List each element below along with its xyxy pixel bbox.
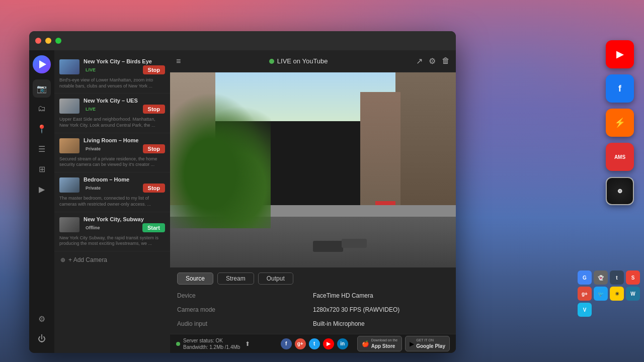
close-button[interactable] xyxy=(35,38,41,44)
tab-source[interactable]: Source xyxy=(177,273,213,285)
sidebar-item-youtube[interactable]: ▶ xyxy=(33,180,51,198)
desktop-small-icons: G 👻 t S g+ 🐦 ☀ W V xyxy=(578,270,640,317)
audio-input-label: Audio input xyxy=(177,319,313,329)
stop-button[interactable]: Stop xyxy=(143,144,165,153)
linkedin-social-icon[interactable]: in xyxy=(337,338,348,349)
camera-item-header: New York City – UES LIVE Stop xyxy=(59,98,165,115)
camera-thumbnail xyxy=(59,99,79,114)
add-camera-button[interactable]: ⊕ + Add Camera xyxy=(54,251,170,268)
youtube-desktop-icon[interactable]: ▶ xyxy=(606,40,634,68)
sidebar-item-library[interactable]: 🗂 xyxy=(33,100,51,118)
sidebar-item-cameras[interactable]: 📷 xyxy=(33,79,51,98)
sidebar-item-list[interactable]: ☰ xyxy=(33,140,51,158)
small-tumblr-icon[interactable]: t xyxy=(610,270,624,285)
server-status: Server status: OK Bandwidth: 1.2Mb /1.4M… xyxy=(176,337,250,350)
camera-status-row: Private Stop xyxy=(84,184,165,193)
camera-name: New York City – UES xyxy=(84,98,165,104)
start-button[interactable]: Start xyxy=(142,223,165,232)
stop-button[interactable]: Stop xyxy=(143,105,165,114)
youtube-social-icon[interactable]: ▶ xyxy=(323,338,334,349)
youtube-icon: ▶ xyxy=(39,185,45,194)
logo-play-icon xyxy=(39,60,46,68)
list-item[interactable]: New York City, Subway Offline Start New … xyxy=(54,212,170,251)
ams-desktop-icon[interactable]: AMS xyxy=(606,143,634,171)
status-badge: Private xyxy=(84,146,103,152)
small-twitter-icon[interactable]: 🐦 xyxy=(594,287,608,301)
small-v-icon[interactable]: V xyxy=(578,303,592,317)
status-badge: LIVE xyxy=(84,67,98,73)
app-logo[interactable] xyxy=(33,55,51,73)
building-right2 xyxy=(360,92,400,209)
list-item[interactable]: New York City – UES LIVE Stop Upper East… xyxy=(54,94,170,133)
app-window: 📷 🗂 📍 ☰ ⊞ ▶ ⚙ ⏻ xyxy=(29,31,456,353)
camera-description: Bird's-eye view of Lower Manhattan, zoom… xyxy=(59,77,165,89)
camera-item-header: Living Room – Home Private Stop xyxy=(59,137,165,154)
library-icon: 🗂 xyxy=(38,104,46,113)
source-info-grid: Device FaceTime HD Camera Camera mode 12… xyxy=(177,291,449,329)
server-status-label: Server status: OK xyxy=(183,338,223,343)
googleplus-social-icon[interactable]: g+ xyxy=(295,338,306,349)
list-item[interactable]: Bedroom – Home Private Stop The master b… xyxy=(54,172,170,212)
camera-status-row: Private Stop xyxy=(84,144,165,153)
minimize-button[interactable] xyxy=(45,38,51,44)
s5-desktop-icon[interactable]: ⊕ xyxy=(606,177,634,205)
app-store-badge[interactable]: 🍎 Download on the App Store xyxy=(357,336,403,351)
main-content: 📷 🗂 📍 ☰ ⊞ ▶ ⚙ ⏻ xyxy=(29,50,456,353)
twitter-social-icon[interactable]: t xyxy=(309,338,320,349)
small-s-icon[interactable]: S xyxy=(626,270,640,285)
camera-name: New York City – Birds Eye xyxy=(84,58,165,64)
status-badge: Private xyxy=(84,185,103,191)
settings-icon[interactable]: ⚙ xyxy=(429,56,436,66)
tab-stream[interactable]: Stream xyxy=(217,273,254,285)
facebook-social-icon[interactable]: f xyxy=(281,338,292,349)
small-gplus-icon[interactable]: g+ xyxy=(578,287,592,301)
settings-icon: ⚙ xyxy=(38,314,45,324)
camera-status-row: Offline Start xyxy=(84,223,165,232)
bandwidth-label: Bandwidth: 1.2Mb /1.4Mb xyxy=(183,344,240,350)
camera-mode-value: 644x362 30 FPS (RAWVIDEO) xyxy=(313,305,449,315)
small-wp-icon[interactable]: W xyxy=(626,287,640,301)
add-camera-plus-icon: ⊕ xyxy=(60,256,65,263)
device-value: FaceTime HD Camera xyxy=(313,291,449,301)
camera-thumbnail xyxy=(59,177,79,193)
sidebar-item-location[interactable]: 📍 xyxy=(33,120,51,138)
car2 xyxy=(342,239,367,248)
audio-input-value: Built-in Microphone xyxy=(313,319,449,329)
street-scene xyxy=(170,72,456,267)
android-icon: ▶ xyxy=(410,340,414,347)
maximize-button[interactable] xyxy=(55,38,61,44)
camera-description: Upper East Side and neighborhood. Manhat… xyxy=(59,117,165,128)
camera-name: New York City, Subway xyxy=(84,216,165,222)
thunder-desktop-icon[interactable]: ⚡ xyxy=(606,109,634,137)
youtube-play-icon: ▶ xyxy=(616,49,623,60)
ams-label: AMS xyxy=(614,154,625,160)
small-google-icon[interactable]: G xyxy=(578,270,592,285)
google-play-badge[interactable]: ▶ GET IT ON Google Play xyxy=(405,336,450,351)
list-item[interactable]: Living Room – Home Private Stop Secured … xyxy=(54,133,170,172)
tab-output[interactable]: Output xyxy=(258,273,293,285)
small-ghost-icon[interactable]: 👻 xyxy=(594,270,608,285)
camera-info: New York City, Subway Offline Start xyxy=(84,216,165,233)
small-yellow-icon[interactable]: ☀ xyxy=(610,287,624,301)
live-indicator: LIVE on YouTube xyxy=(269,57,328,65)
stop-button[interactable]: Stop xyxy=(143,65,165,74)
camera-mode-label: Camera mode xyxy=(177,305,313,315)
camera-info: Bedroom – Home Private Stop xyxy=(84,176,165,194)
camera-name: Bedroom – Home xyxy=(84,176,165,183)
delete-icon[interactable]: 🗑 xyxy=(442,56,450,66)
list-item[interactable]: New York City – Birds Eye LIVE Stop Bird… xyxy=(54,54,170,94)
stop-button[interactable]: Stop xyxy=(143,184,165,193)
share-icon[interactable]: ↗ xyxy=(416,56,423,66)
camera-description: New York City Subway, the rapid transit … xyxy=(59,235,165,247)
camera-status-row: LIVE Stop xyxy=(84,105,165,114)
facebook-desktop-icon[interactable]: f xyxy=(606,74,634,103)
sidebar-item-power[interactable]: ⏻ xyxy=(33,330,51,348)
live-dot xyxy=(269,59,274,64)
hamburger-icon[interactable]: ≡ xyxy=(176,57,181,66)
sidebar-item-grid[interactable]: ⊞ xyxy=(33,160,51,178)
status-text: Server status: OK Bandwidth: 1.2Mb /1.4M… xyxy=(183,337,240,350)
camera-info: New York City – Birds Eye LIVE Stop xyxy=(84,58,165,75)
add-camera-label: + Add Camera xyxy=(68,256,107,263)
sidebar-item-settings[interactable]: ⚙ xyxy=(33,310,51,328)
tab-row: Source Stream Output xyxy=(177,273,449,285)
